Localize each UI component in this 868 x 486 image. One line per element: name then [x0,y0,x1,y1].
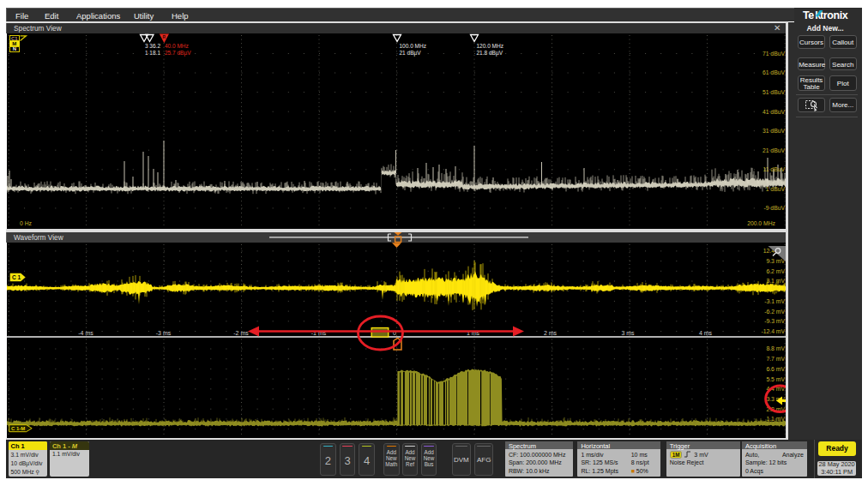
svg-text:200.0 MHz: 200.0 MHz [747,220,775,226]
svg-text:11 dBuV: 11 dBuV [763,166,785,172]
svg-text:C 1-M: C 1-M [11,426,25,431]
svg-text:-9 dBuV: -9 dBuV [763,205,785,211]
svg-text:61 dBuV: 61 dBuV [763,69,786,75]
svg-text:1 ms: 1 ms [467,330,480,336]
svg-text:3.1 mV: 3.1 mV [766,278,785,284]
svg-text:1 dBuV: 1 dBuV [766,186,786,192]
svg-text:-3.1 mV: -3.1 mV [764,298,785,304]
svg-text:-2 ms: -2 ms [233,330,249,336]
svg-text:8.8 mV: 8.8 mV [766,345,785,351]
svg-text:51 dBuV: 51 dBuV [763,89,786,95]
svg-text:1 18.1: 1 18.1 [145,50,160,56]
svg-text:25.7 dBµV: 25.7 dBµV [165,50,191,57]
svg-text:6.6 mV: 6.6 mV [766,366,785,372]
svg-text:21 dBµV: 21 dBµV [400,50,422,57]
svg-text:100.0 MHz: 100.0 MHz [400,43,426,49]
svg-text:71 dBuV: 71 dBuV [763,51,786,57]
svg-text:120.0 MHz: 120.0 MHz [477,43,503,49]
svg-text:31 dBuV: 31 dBuV [763,128,786,134]
svg-text:-4 ms: -4 ms [78,330,93,336]
svg-text:4 ms: 4 ms [699,330,713,336]
svg-text:-12.4 mV: -12.4 mV [761,328,785,334]
svg-text:0 Hz: 0 Hz [20,220,33,226]
svg-text:-1 ms: -1 ms [311,330,327,336]
svg-text:R: R [163,34,166,39]
svg-text:2.2 mV: 2.2 mV [766,406,785,412]
svg-text:40.0 MHz: 40.0 MHz [165,43,189,49]
svg-text:6.2 mV: 6.2 mV [766,268,785,274]
svg-text:21.8 dBµV: 21.8 dBµV [477,50,503,57]
svg-text:-3 ms: -3 ms [156,330,172,336]
svg-text:9.3 mV: 9.3 mV [766,258,785,264]
svg-text:0: 0 [393,330,396,336]
svg-text:3 36.2: 3 36.2 [145,43,160,49]
svg-text:5.5 mV: 5.5 mV [766,376,785,382]
svg-text:7.7 mV: 7.7 mV [766,356,785,362]
svg-text:21 dBuV: 21 dBuV [763,147,786,153]
svg-text:tronix: tronix [820,9,848,21]
svg-text:-9.3 mV: -9.3 mV [764,318,785,324]
svg-text:C 1: C 1 [12,274,21,280]
svg-text:4.4 mV: 4.4 mV [766,386,785,392]
svg-text:Te: Te [803,9,814,21]
svg-text:41 dBuV: 41 dBuV [763,109,786,115]
svg-text:3 ms: 3 ms [621,330,635,336]
svg-text:-6.2 mV: -6.2 mV [764,309,785,315]
svg-text:2 ms: 2 ms [544,330,558,336]
